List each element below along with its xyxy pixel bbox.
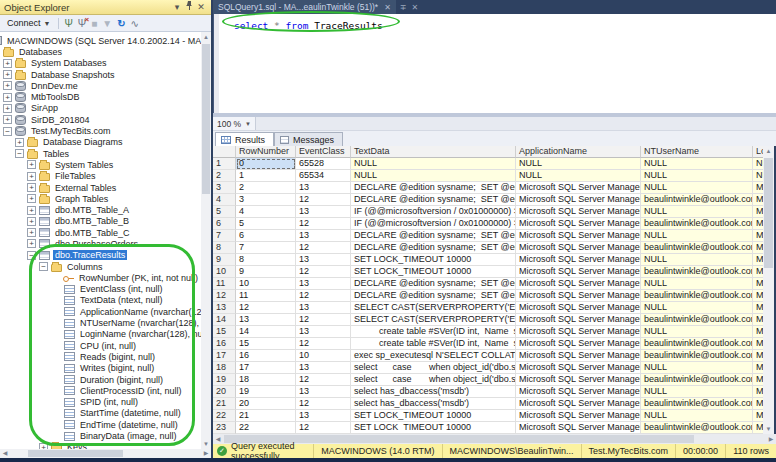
expand-icon[interactable]: +	[3, 115, 12, 124]
tree-item[interactable]: +TextData (ntext, null)	[51, 295, 201, 306]
grid-cell[interactable]: NULL	[641, 206, 753, 218]
scroll-right-icon[interactable]: ▶	[766, 434, 776, 444]
grid-cell[interactable]: M	[753, 350, 763, 362]
scroll-up-icon[interactable]: ▲	[763, 146, 774, 156]
tree-item[interactable]: −Test.MyTecBits.com	[3, 125, 201, 136]
grid-cell[interactable]: NULL	[641, 278, 753, 290]
expand-icon[interactable]: +	[27, 228, 36, 237]
grid-cell[interactable]: beaulintwinkle@outlook.com	[641, 422, 753, 434]
tree-item[interactable]: +Graph Tables	[27, 193, 201, 204]
grid-cell[interactable]: M	[753, 254, 763, 266]
grid-cell[interactable]: 17	[236, 362, 296, 374]
grid-cell[interactable]: 4	[236, 206, 296, 218]
grid-cell[interactable]: M	[753, 218, 763, 230]
grid-cell[interactable]: beaulintwinkle@outlook.com	[641, 374, 753, 386]
grid-cell[interactable]: 18	[236, 374, 296, 386]
collapse-icon[interactable]: −	[3, 127, 12, 136]
row-header-cell[interactable]: 9	[213, 254, 236, 266]
grid-cell[interactable]: Microsoft SQL Server Management Studio	[516, 374, 641, 386]
grid-cell[interactable]: Microsoft SQL Server Management Studio	[516, 362, 641, 374]
grid-cell[interactable]: 2	[236, 182, 296, 194]
grid-cell[interactable]: NULL	[753, 158, 763, 170]
tree-item[interactable]: +ApplicationName (nvarchar(128), null)	[51, 306, 201, 317]
grid-cell[interactable]: Microsoft SQL Server Management Studio	[516, 302, 641, 314]
grid-corner-cell[interactable]	[213, 146, 236, 158]
grid-vertical-scrollbar[interactable]: ▲ ▼	[763, 146, 774, 434]
tree-item[interactable]: +BinaryData (image, null)	[51, 430, 201, 441]
expand-icon[interactable]: +	[3, 70, 12, 79]
grid-cell[interactable]: SELECT CAST(SERVERPROPERTY('EngineEditio…	[351, 302, 516, 314]
tree-item[interactable]: +Duration (bigint, null)	[51, 374, 201, 385]
grid-cell[interactable]: 13	[296, 362, 351, 374]
grid-cell[interactable]: M	[753, 242, 763, 254]
grid-cell[interactable]: 13	[296, 230, 351, 242]
grid-cell[interactable]: SET LOCK TIMEOUT 10000	[351, 422, 516, 434]
tree-item[interactable]: +Database Snapshots	[3, 69, 201, 80]
row-header-cell[interactable]: 22	[213, 410, 236, 422]
grid-cell[interactable]: IF (@@microsoftversion / 0x01000000) >= …	[351, 218, 516, 230]
grid-cell[interactable]: NULL	[351, 170, 516, 182]
tree-item[interactable]: +dbo.MTB_Table_A	[27, 204, 201, 215]
row-header-cell[interactable]: 14	[213, 314, 236, 326]
grid-cell[interactable]: 13	[296, 326, 351, 338]
tab-messages[interactable]: Messages	[274, 132, 343, 146]
tree-item[interactable]: +SirDB_201804	[3, 114, 201, 125]
row-header-cell[interactable]: 10	[213, 266, 236, 278]
grid-cell[interactable]: Microsoft SQL Server Management Studio	[516, 386, 641, 398]
column-header[interactable]: EventClass	[296, 146, 351, 158]
grid-cell[interactable]: 13	[296, 386, 351, 398]
grid-cell[interactable]: 7	[236, 242, 296, 254]
grid-cell[interactable]: M	[753, 422, 763, 434]
grid-cell[interactable]: M	[753, 278, 763, 290]
tree-item[interactable]: +ClientProcessID (int, null)	[51, 385, 201, 396]
expand-icon[interactable]: +	[15, 138, 24, 147]
grid-cell[interactable]: 13	[296, 254, 351, 266]
row-header-cell[interactable]: 17	[213, 350, 236, 362]
grid-cell[interactable]: 11	[236, 290, 296, 302]
tree-item[interactable]: +dbo.PurchaseOrders	[27, 238, 201, 249]
tree-item[interactable]: +SPID (int, null)	[51, 397, 201, 408]
row-header-cell[interactable]: 23	[213, 422, 236, 434]
grid-cell[interactable]: Microsoft SQL Server Management Studio	[516, 266, 641, 278]
tree-item[interactable]: +FileTables	[27, 171, 201, 182]
expand-icon[interactable]: +	[27, 194, 36, 203]
tree-item[interactable]: +System Tables	[27, 159, 201, 170]
disconnect-plug-icon[interactable]: Ψ	[78, 18, 86, 29]
expand-icon[interactable]: +	[27, 160, 36, 169]
grid-cell[interactable]: select case when object_id('dbo.sysdac_i…	[351, 362, 516, 374]
grid-cell[interactable]: 13	[296, 278, 351, 290]
tree-item[interactable]: +Database Diagrams	[15, 137, 201, 148]
query-editor[interactable]: select * from TraceResults	[213, 14, 776, 113]
row-header-cell[interactable]: 19	[213, 374, 236, 386]
float-tab-icon[interactable]: ∓	[400, 3, 407, 12]
grid-cell[interactable]: 12	[296, 218, 351, 230]
scroll-left-icon[interactable]: ◀	[213, 434, 223, 444]
row-header-cell[interactable]: 12	[213, 290, 236, 302]
pin-icon[interactable]	[183, 1, 195, 14]
column-header[interactable]: Log	[753, 146, 763, 158]
tree-item[interactable]: +SirApp	[3, 103, 201, 114]
grid-cell[interactable]: Microsoft SQL Server Management Studio	[516, 230, 641, 242]
tree-item[interactable]: +Keys	[39, 442, 201, 449]
window-position-icon[interactable]: ▾	[171, 1, 183, 14]
grid-cell[interactable]: 12	[296, 242, 351, 254]
grid-cell[interactable]: 0	[236, 158, 296, 170]
grid-cell[interactable]: Microsoft SQL Server Management Studio	[516, 182, 641, 194]
grid-cell[interactable]: 13	[296, 206, 351, 218]
query-document-tab[interactable]: SQLQuery1.sql - MA...eaulinTwinkle (51))…	[213, 0, 396, 14]
grid-cell[interactable]: 6	[236, 230, 296, 242]
grid-cell[interactable]: 22	[236, 422, 296, 434]
row-header-cell[interactable]: 7	[213, 230, 236, 242]
refresh-icon[interactable]: ↻	[117, 18, 125, 29]
grid-cell[interactable]: NULL	[351, 158, 516, 170]
tree-item[interactable]: +MtbToolsDB	[3, 91, 201, 102]
grid-cell[interactable]: DECLARE @edition sysname; SET @edition =…	[351, 278, 516, 290]
grid-cell[interactable]: Microsoft SQL Server Management Studio	[516, 338, 641, 350]
grid-cell[interactable]: 12	[296, 314, 351, 326]
row-header-cell[interactable]: 3	[213, 182, 236, 194]
grid-cell[interactable]: 21	[236, 410, 296, 422]
close-icon[interactable]: ✕	[195, 1, 207, 14]
grid-cell[interactable]: M	[753, 230, 763, 242]
grid-cell[interactable]: SET LOCK_TIMEOUT 10000	[351, 410, 516, 422]
scroll-left-icon[interactable]: ◀	[0, 449, 10, 458]
